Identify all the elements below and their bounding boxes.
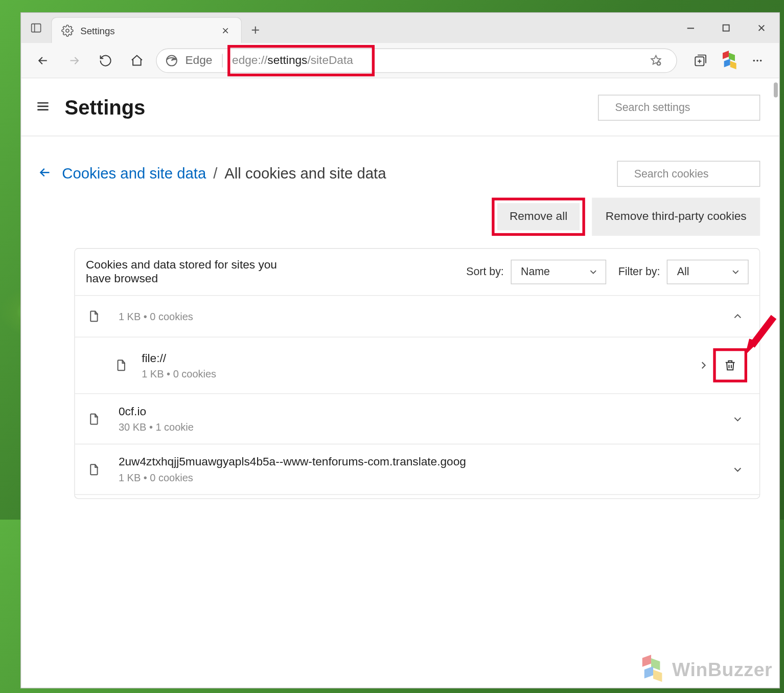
refresh-icon (99, 54, 112, 68)
chevron-down-icon (588, 266, 598, 277)
chevron-right-icon (698, 359, 710, 371)
home-icon (130, 54, 144, 68)
browser-window: Settings Edge edge://settings/siteData (20, 12, 780, 688)
breadcrumb-link[interactable]: Cookies and site data (62, 165, 206, 182)
breadcrumb-sep: / (213, 165, 217, 182)
arrow-left-icon (36, 54, 50, 68)
url-scheme: edge:// (232, 54, 267, 68)
nav-back-button[interactable] (31, 48, 55, 73)
delete-site-button[interactable] (718, 353, 743, 377)
svg-point-8 (760, 59, 762, 61)
page-header: Settings (21, 78, 779, 136)
sort-by-select[interactable]: Name (511, 260, 606, 284)
search-settings-input[interactable] (615, 102, 751, 114)
star-plus-icon (649, 54, 663, 68)
scrollbar-thumb[interactable] (774, 82, 778, 97)
breadcrumb-back[interactable] (37, 165, 52, 183)
site-row-sub: 1 KB • 0 cookies (119, 310, 728, 322)
cookies-card: Cookies and data stored for sites you ha… (74, 248, 760, 499)
collections-button[interactable] (688, 48, 712, 73)
favorite-button[interactable] (643, 48, 668, 73)
address-bar[interactable]: Edge edge://settings/siteData (156, 48, 677, 73)
addr-brand: Edge (185, 54, 212, 68)
file-icon (87, 411, 101, 427)
breadcrumb-current: All cookies and site data (224, 165, 386, 182)
refresh-button[interactable] (94, 48, 118, 73)
titlebar-drag[interactable] (269, 13, 673, 43)
sort-by-label: Sort by: (466, 266, 503, 278)
arrow-right-icon (67, 54, 81, 68)
svg-point-7 (756, 59, 758, 61)
search-cookies-input[interactable] (634, 168, 771, 180)
site-group-row[interactable]: 0cf.io 30 KB • 1 cookie (75, 393, 759, 444)
sort-by-value: Name (521, 266, 550, 278)
page-title: Settings (65, 96, 146, 119)
page: Settings Cookies and site data / All coo… (21, 78, 779, 687)
edge-logo-icon (165, 54, 179, 68)
remove-thirdparty-button[interactable]: Remove third-party cookies (592, 197, 760, 236)
cube-icon (638, 656, 665, 683)
site-group-row[interactable]: 1 KB • 0 cookies (75, 295, 759, 337)
site-group-row[interactable]: 2uw4ztxhqjj5muawgyapls4b5a--www-tenforum… (75, 444, 759, 495)
svg-point-1 (66, 29, 69, 32)
tab-actions-icon (30, 22, 42, 34)
file-icon (87, 308, 101, 324)
site-detail: 1 KB • 0 cookies (119, 472, 728, 483)
chevron-down-icon (730, 266, 741, 277)
search-settings[interactable] (598, 95, 760, 121)
filter-by-select[interactable]: All (667, 260, 749, 284)
toolbar-right (688, 48, 770, 73)
card-title: Cookies and data stored for sites you ha… (86, 258, 290, 285)
filter-by-label: Filter by: (618, 266, 660, 278)
settings-menu-button[interactable] (35, 98, 51, 117)
collections-icon (693, 53, 707, 68)
action-row: Remove all Remove third-party cookies (21, 187, 779, 242)
expand-button[interactable] (728, 460, 747, 479)
url-display: edge://settings/siteData (232, 54, 353, 68)
close-tab-button[interactable] (217, 21, 235, 39)
more-button[interactable] (745, 48, 770, 73)
site-name: 0cf.io (119, 405, 728, 419)
file-icon (87, 461, 101, 478)
hamburger-icon (35, 98, 51, 115)
nav-forward-button[interactable] (62, 48, 86, 73)
cube-icon (720, 52, 738, 70)
new-tab-button[interactable] (242, 17, 269, 43)
title-bar: Settings (21, 13, 779, 43)
home-button[interactable] (125, 48, 149, 73)
minimize-button[interactable] (673, 13, 708, 43)
tab-title: Settings (80, 25, 210, 36)
svg-rect-2 (723, 25, 729, 31)
filter-by-value: All (677, 266, 689, 278)
close-icon (221, 26, 230, 35)
search-cookies[interactable] (617, 161, 760, 187)
annotation-removeall-highlight: Remove all (492, 197, 585, 236)
remove-all-button[interactable]: Remove all (497, 203, 580, 230)
site-sub-row[interactable]: file:// 1 KB • 0 cookies (75, 337, 759, 393)
close-window-button[interactable] (744, 13, 779, 43)
site-name: 2uw4ztxhqjj5muawgyapls4b5a--www-tenforum… (119, 455, 728, 469)
site-detail: 30 KB • 1 cookie (119, 421, 728, 433)
ellipsis-icon (751, 54, 765, 68)
arrow-left-icon (37, 165, 52, 180)
gear-icon (61, 24, 74, 36)
breadcrumb-row: Cookies and site data / All cookies and … (21, 137, 779, 187)
expand-button[interactable] (728, 409, 747, 428)
plus-icon (249, 24, 262, 36)
extension-button[interactable] (717, 48, 741, 73)
tab-settings[interactable]: Settings (51, 17, 242, 43)
minimize-icon (686, 23, 696, 33)
detail-button[interactable] (694, 356, 713, 375)
chevron-up-icon (731, 310, 744, 322)
maximize-button[interactable] (708, 13, 744, 43)
card-cutoff (75, 494, 759, 498)
maximize-icon (721, 23, 731, 33)
tab-actions-button[interactable] (21, 13, 51, 43)
url-path1: settings (267, 54, 307, 68)
svg-point-6 (753, 59, 755, 61)
site-name: file:// (142, 351, 694, 365)
collapse-button[interactable] (728, 307, 747, 326)
chevron-down-icon (731, 413, 744, 425)
url-path2: /siteData (307, 54, 353, 68)
card-header: Cookies and data stored for sites you ha… (75, 249, 759, 295)
